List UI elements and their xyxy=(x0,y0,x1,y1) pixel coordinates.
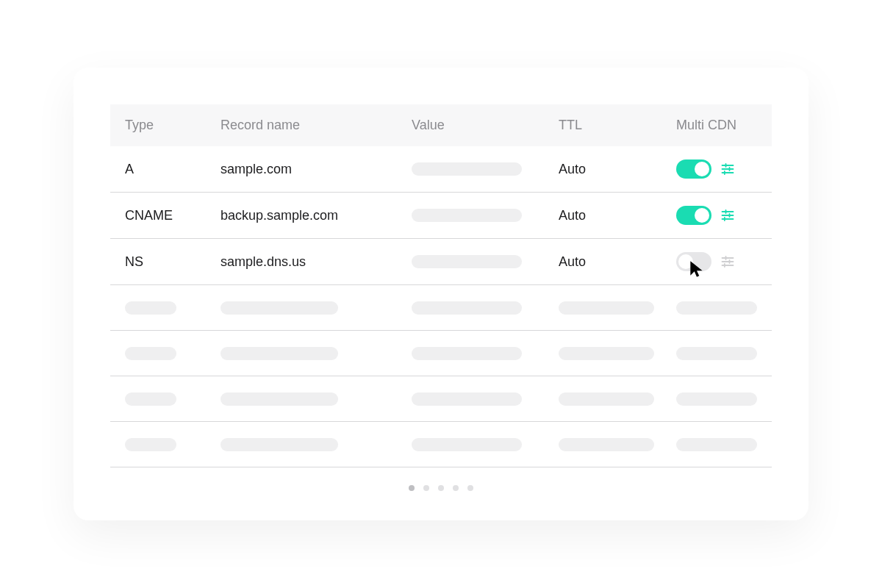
pager-dot[interactable] xyxy=(453,485,459,491)
table-row-placeholder xyxy=(110,422,772,467)
record-name: backup.sample.com xyxy=(220,208,338,223)
table-row: CNAME backup.sample.com Auto xyxy=(110,193,772,239)
pager xyxy=(110,467,772,498)
table-header: Type Record name Value TTL Multi CDN xyxy=(110,104,772,146)
record-type: A xyxy=(125,162,134,176)
record-ttl: Auto xyxy=(559,208,586,223)
placeholder xyxy=(220,301,338,315)
record-ttl: Auto xyxy=(559,162,586,176)
value-placeholder xyxy=(412,162,522,176)
multi-cdn-toggle[interactable] xyxy=(676,252,711,271)
placeholder xyxy=(676,347,757,360)
record-type: CNAME xyxy=(125,208,173,223)
pager-dot[interactable] xyxy=(423,485,429,491)
record-ttl: Auto xyxy=(559,254,586,269)
pager-dot[interactable] xyxy=(438,485,444,491)
placeholder xyxy=(676,392,757,406)
pager-dot[interactable] xyxy=(409,485,415,491)
placeholder xyxy=(220,392,338,406)
record-type: NS xyxy=(125,254,143,269)
placeholder xyxy=(412,438,522,451)
placeholder xyxy=(412,347,522,360)
col-header-cdn: Multi CDN xyxy=(676,118,757,133)
sliders-icon[interactable] xyxy=(720,162,735,176)
dns-records-panel: Type Record name Value TTL Multi CDN A s… xyxy=(74,68,808,520)
placeholder xyxy=(220,438,338,451)
pager-dot[interactable] xyxy=(467,485,473,491)
placeholder xyxy=(559,392,654,406)
table-row: A sample.com Auto xyxy=(110,146,772,193)
placeholder xyxy=(676,301,757,315)
table-row-placeholder xyxy=(110,331,772,376)
multi-cdn-toggle[interactable] xyxy=(676,206,711,225)
placeholder xyxy=(412,392,522,406)
placeholder xyxy=(559,438,654,451)
placeholder xyxy=(125,347,176,360)
table-row: NS sample.dns.us Auto xyxy=(110,239,772,285)
col-header-value: Value xyxy=(412,118,559,133)
placeholder xyxy=(220,347,338,360)
record-name: sample.dns.us xyxy=(220,254,306,269)
dns-records-table: Type Record name Value TTL Multi CDN A s… xyxy=(110,104,772,467)
col-header-type: Type xyxy=(125,118,220,133)
placeholder xyxy=(125,392,176,406)
table-row-placeholder xyxy=(110,376,772,422)
value-placeholder xyxy=(412,255,522,268)
sliders-icon[interactable] xyxy=(720,254,735,269)
record-name: sample.com xyxy=(220,162,292,176)
placeholder xyxy=(676,438,757,451)
sliders-icon[interactable] xyxy=(720,208,735,223)
multi-cdn-toggle[interactable] xyxy=(676,159,711,179)
table-row-placeholder xyxy=(110,285,772,331)
value-placeholder xyxy=(412,209,522,222)
placeholder xyxy=(412,301,522,315)
col-header-ttl: TTL xyxy=(559,118,676,133)
placeholder xyxy=(125,438,176,451)
placeholder xyxy=(559,301,654,315)
col-header-name: Record name xyxy=(220,118,412,133)
placeholder xyxy=(125,301,176,315)
placeholder xyxy=(559,347,654,360)
